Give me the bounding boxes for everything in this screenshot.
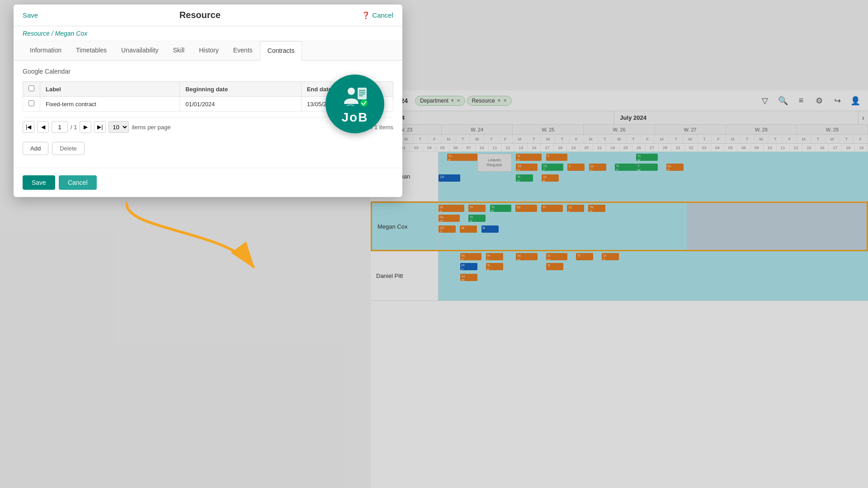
modal-footer: Save Cancel xyxy=(14,168,402,197)
job-badge-icon xyxy=(341,83,368,110)
first-page-button[interactable]: |◀ xyxy=(23,121,34,133)
footer-cancel-button[interactable]: Cancel xyxy=(59,175,97,190)
tab-events[interactable]: Events xyxy=(226,41,260,60)
job-badge: JoB xyxy=(326,75,384,133)
modal-header: Save Resource ❓ Cancel xyxy=(14,5,402,26)
tab-skill[interactable]: Skill xyxy=(165,41,192,60)
col-beginning-date: Beginning date xyxy=(180,82,301,97)
action-buttons: Add Delete xyxy=(23,142,393,155)
row-checkbox-cell xyxy=(23,97,40,112)
page-separator: / 1 xyxy=(71,124,77,131)
help-icon: ❓ xyxy=(362,11,370,19)
header-save-button[interactable]: Save xyxy=(23,11,38,19)
google-calendar-label: Google Calendar xyxy=(23,68,393,75)
tab-history[interactable]: History xyxy=(192,41,226,60)
add-button[interactable]: Add xyxy=(23,142,48,155)
breadcrumb: Resource / Megan Cox xyxy=(14,26,402,41)
modal-tabs: Information Timetables Unavailability Sk… xyxy=(14,41,402,61)
next-page-button[interactable]: ▶ xyxy=(80,121,91,133)
col-checkbox xyxy=(23,82,40,97)
contract-begin-cell: 01/01/2024 xyxy=(180,97,301,112)
col-label: Label xyxy=(40,82,180,97)
svg-rect-1 xyxy=(358,88,367,99)
tab-timetables[interactable]: Timetables xyxy=(69,41,114,60)
modal-title: Resource xyxy=(179,10,221,20)
tab-contracts[interactable]: Contracts xyxy=(260,41,302,61)
prev-page-button[interactable]: ◀ xyxy=(37,121,49,133)
footer-save-button[interactable]: Save xyxy=(23,175,55,190)
last-page-button[interactable]: ▶| xyxy=(94,121,106,133)
delete-button[interactable]: Delete xyxy=(52,142,85,155)
cancel-label-text: Cancel xyxy=(372,11,393,19)
page-input[interactable] xyxy=(52,121,68,133)
tab-unavailability[interactable]: Unavailability xyxy=(114,41,165,60)
select-all-checkbox[interactable] xyxy=(28,85,34,91)
svg-point-0 xyxy=(348,88,355,95)
items-per-page-label: items per page xyxy=(132,124,170,131)
breadcrumb-text: Resource / Megan Cox xyxy=(23,30,87,37)
tab-information[interactable]: Information xyxy=(23,41,69,60)
contract-label-cell: Fixed-term contract xyxy=(40,97,180,112)
header-cancel-button[interactable]: ❓ Cancel xyxy=(362,11,393,19)
job-badge-text: JoB xyxy=(342,110,368,125)
row-checkbox[interactable] xyxy=(28,100,34,106)
items-per-page-select[interactable]: 10 25 50 xyxy=(108,121,129,133)
